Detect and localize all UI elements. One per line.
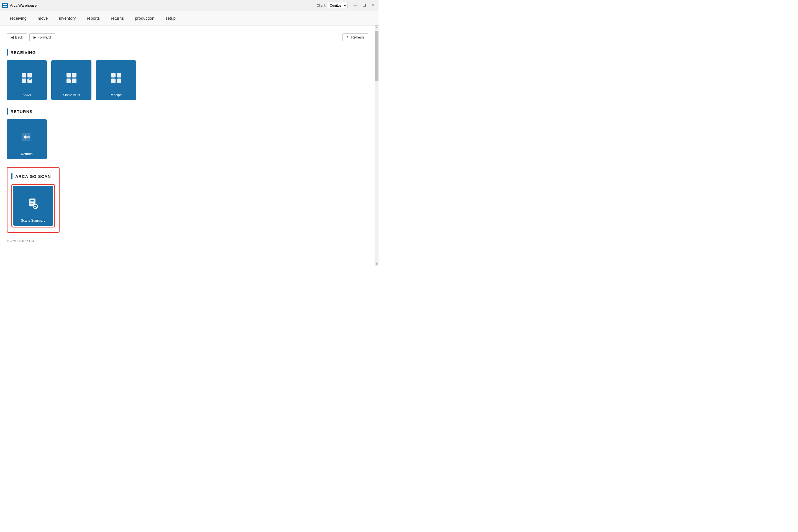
receipts-card[interactable]: Receipts [96,60,136,100]
scans-summary-card-wrapper: Scans Summary [11,184,55,227]
client-dropdown[interactable]: Cerritus [328,3,347,8]
scrollbar-track: ▲ ▼ [375,25,379,266]
app-name: Arca Warehouse [10,3,37,7]
svg-rect-12 [72,73,76,77]
svg-rect-14 [72,78,76,83]
client-section: Client: Cerritus ▼ [317,3,347,8]
footer: © 2021 Visible SCM [7,240,368,243]
returns-card-label: Returns [21,152,33,156]
nav-item-returns[interactable]: returns [105,12,129,24]
single-asn-card[interactable]: Single ASN [51,60,92,100]
arca-go-scan-section-header: ARCA GO SCAN [11,173,55,179]
nav-item-move[interactable]: move [32,12,54,24]
svg-rect-3 [5,6,7,7]
back-arrow-icon: ◀ [11,35,14,39]
svg-rect-16 [111,73,116,77]
svg-rect-18 [111,78,116,83]
forward-arrow-icon: ▶ [34,35,36,39]
scans-summary-card-label: Scans Summary [21,218,45,223]
refresh-icon: ↻ [347,35,350,39]
content-area: ◀ Back ▶ Forward ↻ Refresh RECEIVING [0,25,375,266]
client-select-wrapper[interactable]: Cerritus ▼ [328,3,347,8]
toolbar: ◀ Back ▶ Forward ↻ Refresh [7,31,368,43]
title-bar-right: Client: Cerritus ▼ — ❐ ✕ [317,3,376,8]
svg-rect-4 [22,73,26,77]
title-bar-left: Arca Warehouse [2,3,37,8]
svg-rect-0 [3,4,5,5]
single-asn-card-label: Single ASN [63,93,80,97]
maximize-button[interactable]: ❐ [361,3,368,8]
receiving-section-header: RECEIVING [7,49,368,56]
returns-section-title: RETURNS [11,109,33,114]
arca-go-scan-section-title: ARCA GO SCAN [15,174,51,179]
receiving-cards-grid: ASNs Single ASN [7,60,368,100]
scrollbar-thumb[interactable] [375,31,379,81]
receipts-icon [108,70,124,86]
receiving-section-bar [7,49,8,56]
nav-bar: receiving move inventory reports returns… [0,11,379,25]
copyright-text: © 2021 Visible SCM [7,240,34,243]
scans-summary-card[interactable]: Scans Summary [13,186,53,226]
asns-icon [19,70,35,86]
forward-label: Forward [38,35,51,39]
returns-section-bar [7,108,8,115]
title-bar: Arca Warehouse Client: Cerritus ▼ — ❐ ✕ [0,0,379,11]
toolbar-left: ◀ Back ▶ Forward [7,33,55,41]
asns-card-label: ASNs [22,93,31,97]
returns-card[interactable]: Returns [7,119,47,159]
svg-rect-5 [27,73,32,77]
svg-rect-1 [5,4,7,5]
svg-rect-17 [117,73,121,77]
arca-go-scan-section-bar [11,173,13,179]
scans-summary-icon [25,196,41,211]
arca-go-scan-section: ARCA GO SCAN [7,167,60,233]
nav-item-reports[interactable]: reports [81,12,106,24]
svg-rect-19 [117,78,121,83]
returns-section-header: RETURNS [7,108,368,115]
nav-item-inventory[interactable]: inventory [54,12,81,24]
back-button[interactable]: ◀ Back [7,33,27,41]
returns-icon [19,129,35,145]
client-label: Client: [317,4,326,7]
nav-item-production[interactable]: production [129,12,160,24]
minimize-button[interactable]: — [352,3,359,8]
nav-item-setup[interactable]: setup [160,12,181,24]
arca-go-scan-cards-grid: Scans Summary [11,184,55,227]
receipts-card-label: Receipts [110,93,122,97]
window-controls: — ❐ ✕ [352,3,376,8]
single-asn-icon [64,70,79,86]
svg-rect-2 [3,6,5,7]
close-button[interactable]: ✕ [370,3,376,8]
scrollbar-arrow-up[interactable]: ▲ [375,25,379,30]
forward-button[interactable]: ▶ Forward [30,33,55,41]
svg-rect-6 [22,78,26,83]
returns-cards-grid: Returns [7,119,368,159]
receiving-section-title: RECEIVING [11,50,36,55]
scrollbar-arrow-down[interactable]: ▼ [375,262,379,266]
refresh-label: Refresh [351,35,364,39]
nav-item-receiving[interactable]: receiving [4,12,32,24]
refresh-button[interactable]: ↻ Refresh [342,33,368,41]
app-icon [2,3,8,8]
main-container: ◀ Back ▶ Forward ↻ Refresh RECEIVING [0,25,379,266]
svg-rect-11 [66,73,71,77]
back-label: Back [15,35,23,39]
asns-card[interactable]: ASNs [7,60,47,100]
